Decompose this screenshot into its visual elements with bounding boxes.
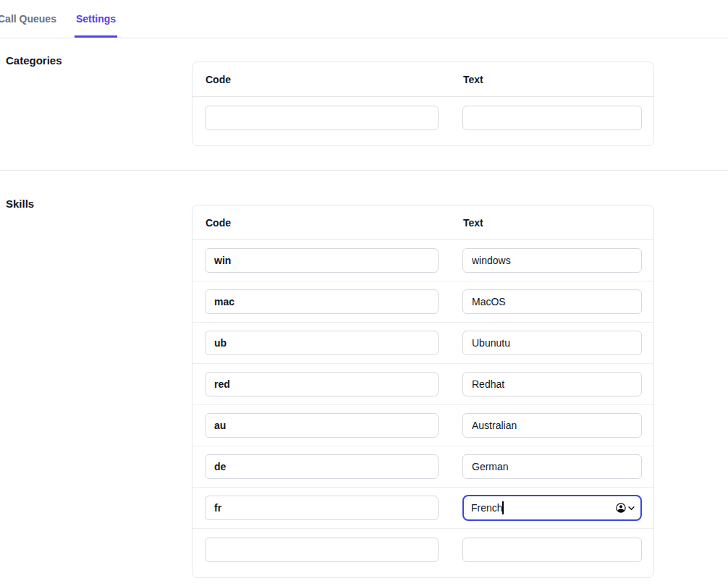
table-row bbox=[192, 446, 653, 488]
category-text-input[interactable] bbox=[462, 106, 642, 130]
table-row bbox=[192, 97, 653, 145]
table-row bbox=[192, 240, 653, 281]
account-circle-icon bbox=[615, 502, 627, 514]
skill-code-input[interactable] bbox=[205, 538, 439, 562]
tab-call-queues[interactable]: Call Queues bbox=[0, 0, 58, 38]
table-row bbox=[192, 323, 653, 364]
categories-section: Categories Code Text bbox=[0, 54, 728, 146]
column-header-text: Text bbox=[463, 217, 642, 229]
skill-text-input[interactable] bbox=[462, 538, 642, 562]
column-header-code: Code bbox=[206, 74, 463, 85]
table-row bbox=[192, 281, 653, 323]
column-header-code: Code bbox=[206, 217, 463, 229]
tab-settings[interactable]: Settings bbox=[75, 0, 117, 38]
skill-code-input[interactable] bbox=[205, 372, 439, 396]
skill-code-input[interactable] bbox=[205, 331, 439, 355]
skill-text-input[interactable] bbox=[464, 496, 640, 519]
skill-text-input[interactable] bbox=[462, 289, 642, 314]
skill-text-input[interactable] bbox=[462, 413, 642, 438]
skill-text-input[interactable] bbox=[462, 331, 642, 355]
skill-code-input[interactable] bbox=[205, 413, 439, 438]
table-row bbox=[192, 405, 653, 446]
text-cursor bbox=[502, 501, 504, 514]
tab-bar: Call Queues Settings bbox=[0, 0, 728, 38]
table-row bbox=[192, 364, 653, 405]
skills-title: Skills bbox=[0, 198, 192, 578]
skill-code-input[interactable] bbox=[205, 454, 439, 479]
skill-text-input[interactable] bbox=[462, 248, 642, 273]
categories-card: Code Text bbox=[192, 61, 654, 146]
skills-card: Code Text bbox=[192, 205, 654, 578]
skills-header-row: Code Text bbox=[192, 205, 653, 240]
category-code-input[interactable] bbox=[205, 106, 439, 130]
skills-section: Skills Code Text bbox=[0, 198, 728, 578]
column-header-text: Text bbox=[463, 74, 642, 85]
table-row bbox=[192, 529, 653, 577]
skill-text-input[interactable] bbox=[462, 372, 642, 396]
table-row bbox=[192, 488, 653, 529]
categories-title: Categories bbox=[0, 54, 192, 146]
skill-code-input[interactable] bbox=[205, 289, 439, 314]
skill-code-input[interactable] bbox=[205, 248, 439, 273]
categories-header-row: Code Text bbox=[192, 62, 653, 97]
skill-text-input[interactable] bbox=[462, 454, 642, 479]
section-divider bbox=[0, 170, 728, 171]
skill-code-input[interactable] bbox=[205, 496, 439, 520]
skill-text-input-focused[interactable] bbox=[462, 495, 642, 521]
contact-autofill-icon[interactable] bbox=[615, 496, 635, 519]
chevron-down-icon bbox=[627, 504, 635, 512]
